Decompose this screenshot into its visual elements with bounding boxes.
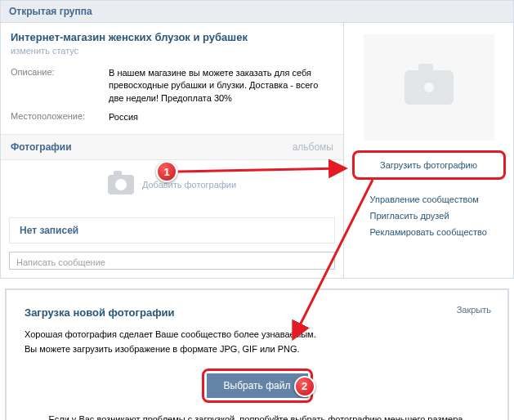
modal-text-2: Вы можете загрузить изображение в формат… bbox=[25, 342, 489, 357]
write-message-input[interactable]: Написать сообщение bbox=[9, 252, 335, 270]
annotation-badge-1: 1 bbox=[156, 161, 177, 182]
no-posts-title: Нет записей bbox=[20, 225, 78, 236]
main-row: Интернет-магазин женских блузок и рубаше… bbox=[0, 23, 514, 279]
modal-footer-text: Если у Вас возникают проблемы с загрузко… bbox=[25, 414, 489, 420]
camera-icon bbox=[108, 175, 134, 194]
camera-icon bbox=[404, 70, 454, 105]
info-location: Местоположение: Россия bbox=[1, 108, 343, 127]
location-value: Россия bbox=[109, 111, 333, 123]
upload-photo-highlight: Загрузить фотографию bbox=[352, 150, 506, 180]
upload-photo-button[interactable]: Загрузить фотографию bbox=[357, 155, 501, 175]
modal-text-1: Хорошая фотография сделает Ваше сообщест… bbox=[25, 327, 489, 342]
right-column: Загрузить фотографию Управление сообщест… bbox=[344, 23, 513, 278]
file-button-highlight: Выбрать файл 2 bbox=[202, 369, 313, 403]
choose-file-button[interactable]: Выбрать файл bbox=[207, 373, 308, 398]
albums-link[interactable]: альбомы bbox=[293, 141, 333, 153]
modal-close-link[interactable]: Закрыть bbox=[457, 305, 491, 315]
header-title: Открытая группа bbox=[9, 6, 92, 17]
group-title: Интернет-магазин женских блузок и рубаше… bbox=[1, 23, 343, 46]
sidebar-link-invite[interactable]: Пригласить друзей bbox=[370, 208, 501, 224]
sidebar-link-manage[interactable]: Управление сообществом bbox=[370, 191, 501, 208]
change-status-link[interactable]: изменить статус bbox=[1, 46, 343, 64]
group-photo-placeholder bbox=[364, 34, 494, 141]
info-description: Описание: В нашем магазине вы можете зак… bbox=[1, 64, 343, 108]
left-column: Интернет-магазин женских блузок и рубаше… bbox=[1, 23, 344, 278]
sidebar-link-advertise[interactable]: Рекламировать сообщество bbox=[370, 224, 501, 240]
header-bar: Открытая группа bbox=[0, 0, 514, 23]
description-value: В нашем магазине вы можете заказать для … bbox=[109, 67, 333, 105]
no-posts-header: Нет записей bbox=[9, 217, 335, 244]
description-label: Описание: bbox=[11, 67, 109, 105]
sidebar-links: Управление сообществом Пригласить друзей… bbox=[370, 191, 501, 240]
location-label: Местоположение: bbox=[11, 111, 109, 123]
add-photos-label: Добавить фотографии bbox=[142, 180, 236, 190]
upload-modal: Загрузка новой фотографии Закрыть Хороша… bbox=[5, 288, 509, 420]
photos-section-header: Фотографии альбомы bbox=[1, 134, 343, 160]
photos-title: Фотографии bbox=[11, 141, 72, 153]
page-root: Открытая группа Интернет-магазин женских… bbox=[0, 0, 514, 420]
modal-title: Загрузка новой фотографии bbox=[25, 306, 489, 319]
annotation-badge-2: 2 bbox=[294, 376, 315, 397]
